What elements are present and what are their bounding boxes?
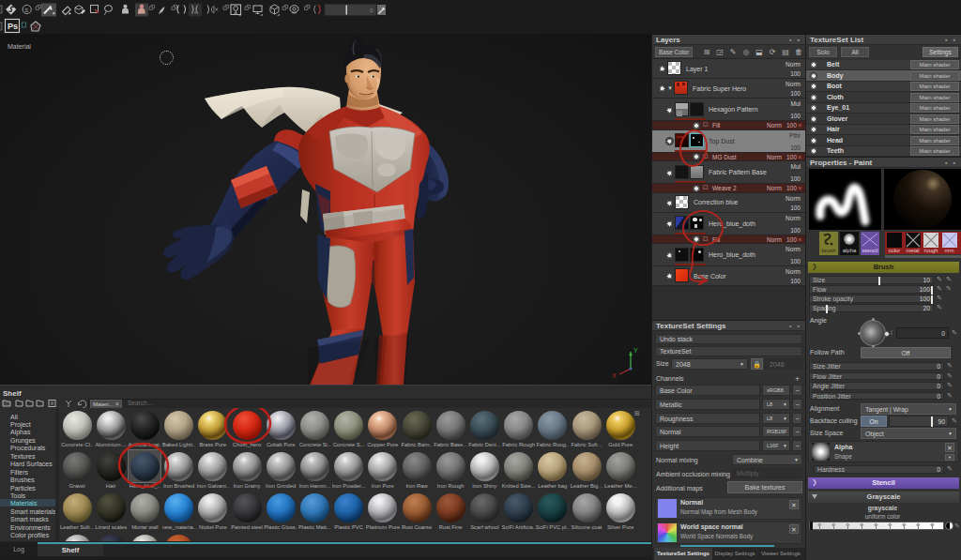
svg-text:X: X [612,372,617,379]
svg-text:Y: Y [633,347,638,354]
svg-text:s: s [24,6,28,14]
svg-text:Ps: Ps [8,22,18,31]
